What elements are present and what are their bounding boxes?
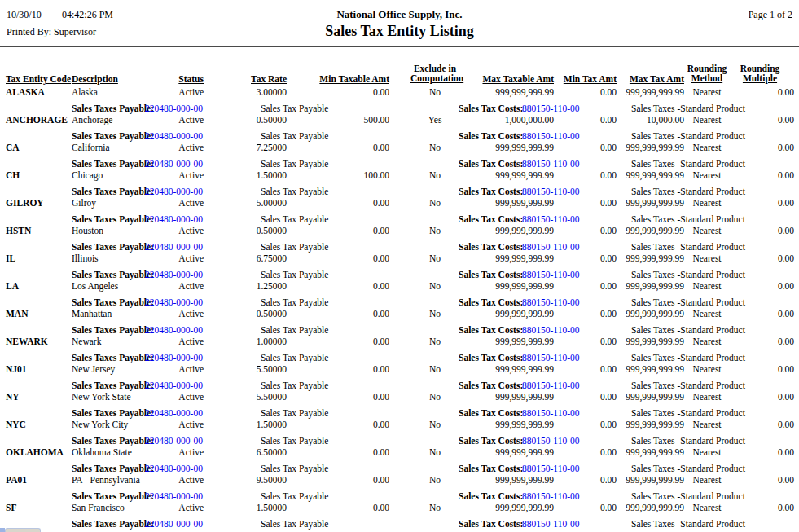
- max-tax-amt: 10,000.00: [617, 115, 684, 125]
- max-tax-amt: 999,999,999.99: [617, 143, 684, 152]
- entity-row-block: OKLAHOMA Oklahoma State Active 6.50000 0…: [0, 444, 799, 472]
- tax-rate: 6.75000: [220, 253, 287, 263]
- entity-row-block: PA01 PA - Pennsylvania Active 9.50000 0.…: [0, 472, 799, 499]
- tax-entity-code: GILROY: [6, 198, 44, 208]
- min-tax-amt: 0.00: [562, 115, 617, 125]
- exclude-in-computation: Yes: [410, 115, 459, 125]
- tax-rate: 1.50000: [220, 503, 287, 512]
- max-tax-amt: 999,999,999.99: [617, 336, 684, 346]
- rounding-method: Nearest: [684, 87, 730, 97]
- entity-status: Active: [147, 503, 204, 512]
- entity-row-block: LA Los Angeles Active 1.25000 0.00 No 99…: [0, 278, 799, 306]
- entity-main-row: CH Chicago Active 1.50000 100.00 No 999,…: [0, 170, 799, 182]
- min-taxable-amt: 0.00: [318, 420, 389, 429]
- entity-row-block: NY New York State Active 5.50000 0.00 No…: [0, 389, 799, 416]
- max-tax-amt: 999,999,999.99: [617, 364, 684, 374]
- min-tax-amt: 0.00: [562, 447, 617, 457]
- rounding-method: Nearest: [684, 503, 730, 512]
- entity-status: Active: [147, 336, 204, 346]
- max-tax-amt: 999,999,999.99: [617, 281, 684, 291]
- rounding-multiple: 0.00: [744, 392, 794, 402]
- entity-description: PA - Pennsylvania: [72, 475, 140, 485]
- min-taxable-amt: 500.00: [318, 115, 389, 125]
- tax-entity-code: ALASKA: [6, 87, 45, 97]
- rounding-method: Nearest: [684, 143, 730, 152]
- tax-rate: 1.25000: [220, 281, 287, 291]
- max-taxable-amt: 999,999,999.99: [456, 198, 554, 208]
- min-taxable-amt: 100.00: [318, 170, 389, 180]
- entity-status: Active: [147, 143, 204, 152]
- entity-status: Active: [147, 198, 204, 208]
- rounding-multiple: 0.00: [744, 87, 794, 97]
- rounding-method: Nearest: [684, 115, 730, 125]
- rounding-multiple: 0.00: [744, 143, 794, 152]
- col-header-rounding-multiple: RoundingMultiple: [733, 64, 787, 83]
- exclude-in-computation: No: [410, 447, 459, 457]
- entity-status: Active: [147, 115, 204, 125]
- bottom-scrollbar-tab[interactable]: [5, 528, 41, 532]
- max-taxable-amt: 999,999,999.99: [456, 364, 554, 374]
- tax-entity-code: CA: [6, 143, 20, 152]
- entity-main-row: NEWARK Newark Active 1.00000 0.00 No 999…: [0, 336, 799, 348]
- min-taxable-amt: 0.00: [318, 447, 389, 457]
- rounding-multiple: 0.00: [744, 281, 794, 291]
- min-tax-amt: 0.00: [562, 392, 617, 402]
- page-number: Page 1 of 2: [636, 9, 792, 21]
- entity-description: Houston: [72, 226, 103, 235]
- tax-entity-code: NEWARK: [6, 336, 48, 346]
- rounding-method: Nearest: [684, 253, 730, 263]
- entity-description: San Francisco: [72, 503, 125, 512]
- tax-entity-code: LA: [6, 281, 19, 291]
- entity-description: California: [72, 143, 110, 152]
- rounding-method: Nearest: [684, 475, 730, 485]
- tax-rate: 0.50000: [220, 226, 287, 235]
- exclude-in-computation: No: [410, 336, 459, 346]
- max-taxable-amt: 999,999,999.99: [456, 170, 554, 180]
- min-taxable-amt: 0.00: [318, 281, 389, 291]
- tax-rate: 0.50000: [220, 115, 287, 125]
- tax-rate: 9.50000: [220, 475, 287, 485]
- rounding-multiple: 0.00: [744, 253, 794, 263]
- entity-main-row: GILROY Gilroy Active 5.00000 0.00 No 999…: [0, 198, 799, 209]
- col-header-min-tax-amt: Min Tax Amt: [562, 74, 617, 84]
- tax-entity-code: CH: [6, 170, 20, 180]
- max-taxable-amt: 999,999,999.99: [456, 309, 554, 319]
- tax-rate: 5.50000: [220, 392, 287, 402]
- exclude-in-computation: No: [410, 87, 459, 97]
- entity-status: Active: [147, 392, 204, 402]
- tax-rate: 1.50000: [220, 420, 287, 429]
- tax-entity-code: ANCHORAGE: [6, 115, 68, 125]
- entity-description: Chicago: [72, 170, 103, 180]
- exclude-in-computation: No: [410, 392, 459, 402]
- entity-description: Alaska: [72, 87, 98, 97]
- min-tax-amt: 0.00: [562, 87, 617, 97]
- min-tax-amt: 0.00: [562, 226, 617, 235]
- tax-entity-code: OKLAHOMA: [6, 447, 64, 457]
- tax-rate: 1.00000: [220, 336, 287, 346]
- min-tax-amt: 0.00: [562, 420, 617, 429]
- tax-rate: 3.00000: [220, 87, 287, 97]
- rounding-multiple: 0.00: [744, 115, 794, 125]
- max-tax-amt: 999,999,999.99: [617, 309, 684, 319]
- max-taxable-amt: 999,999,999.99: [456, 87, 554, 97]
- tax-rate: 5.50000: [220, 364, 287, 374]
- col-header-rounding-method: RoundingMethod: [684, 64, 730, 83]
- rounding-method: Nearest: [684, 420, 730, 429]
- max-taxable-amt: 999,999,999.99: [456, 336, 554, 346]
- max-tax-amt: 999,999,999.99: [617, 420, 684, 429]
- max-tax-amt: 999,999,999.99: [617, 475, 684, 485]
- entity-status: Active: [147, 364, 204, 374]
- entity-row-block: HSTN Houston Active 0.50000 0.00 No 999,…: [0, 222, 799, 250]
- max-tax-amt: 999,999,999.99: [617, 226, 684, 235]
- rounding-method: Nearest: [684, 447, 730, 457]
- entity-main-row: NJ01 New Jersey Active 5.50000 0.00 No 9…: [0, 364, 799, 376]
- entity-description: Newark: [72, 336, 101, 346]
- entity-status: Active: [147, 447, 204, 457]
- min-taxable-amt: 0.00: [318, 364, 389, 374]
- entity-status: Active: [147, 87, 204, 97]
- entity-description: Gilroy: [72, 198, 96, 208]
- tax-entity-code: MAN: [6, 309, 28, 319]
- col-header-tax-entity-code: Tax Entity Code: [6, 74, 71, 84]
- tax-rate: 0.50000: [220, 309, 287, 319]
- entity-row-block: ANCHORAGE Anchorage Active 0.50000 500.0…: [0, 112, 799, 139]
